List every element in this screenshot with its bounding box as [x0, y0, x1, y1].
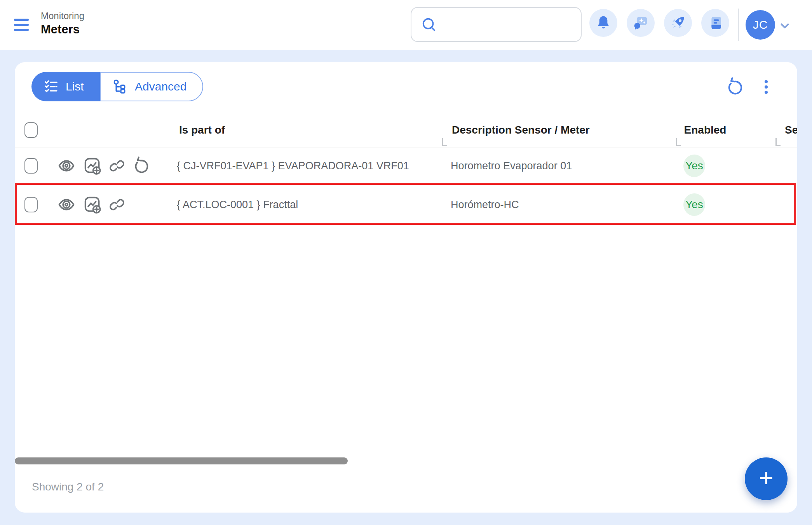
tab-advanced[interactable]: Advanced	[100, 72, 203, 101]
footer-divider	[15, 467, 797, 467]
plus-icon: +	[759, 466, 773, 490]
menu-button[interactable]	[14, 15, 35, 35]
cell-description: Horometro Evaporador 01	[451, 160, 572, 172]
bell-icon	[595, 15, 612, 31]
chart-plus-icon	[83, 195, 102, 214]
table-row[interactable]: { ACT.LOC-0001 } Fracttal Horómetro-HC Y…	[15, 184, 797, 226]
select-all-checkbox[interactable]	[24, 122, 38, 138]
chain-link-icon	[108, 156, 126, 175]
checklist-icon	[43, 78, 59, 95]
more-options-button[interactable]	[755, 76, 777, 98]
breadcrumb: Monitoring Meters	[41, 10, 84, 37]
link-meter-button[interactable]	[107, 156, 127, 176]
enabled-value: Yes	[685, 160, 703, 172]
row-checkbox[interactable]	[24, 197, 38, 212]
eye-icon	[57, 195, 76, 214]
eye-icon	[57, 156, 76, 175]
search-input[interactable]	[445, 18, 587, 31]
chart-plus-icon	[83, 156, 102, 175]
cell-description: Horómetro-HC	[451, 199, 519, 211]
refresh-button[interactable]	[724, 76, 746, 98]
top-bar: Monitoring Meters	[0, 0, 812, 50]
chevron-down-icon	[777, 18, 793, 33]
chat-sparkles-icon	[632, 14, 649, 31]
user-avatar[interactable]: JC	[746, 10, 775, 40]
column-header-is-part-of[interactable]: Is part of	[179, 124, 225, 136]
chain-link-icon	[108, 195, 126, 214]
search-box[interactable]	[411, 7, 582, 42]
enabled-value: Yes	[685, 198, 703, 211]
column-header-serial-clipped[interactable]: Ser	[785, 124, 797, 136]
help-center-button[interactable]	[701, 9, 729, 37]
add-reading-button[interactable]	[82, 156, 103, 176]
tab-list[interactable]: List	[31, 72, 100, 101]
assistant-button[interactable]	[627, 9, 655, 37]
column-resize-handle[interactable]	[775, 138, 781, 146]
column-resize-handle[interactable]	[442, 138, 447, 146]
add-button[interactable]: +	[745, 457, 788, 500]
tree-icon	[112, 78, 129, 95]
enabled-badge: Yes	[683, 155, 705, 177]
search-icon	[420, 16, 438, 33]
header-divider	[738, 9, 739, 41]
column-resize-handle[interactable]	[676, 138, 681, 146]
reset-meter-button[interactable]	[131, 156, 152, 176]
rocket-icon	[669, 14, 687, 31]
view-meter-button[interactable]	[56, 156, 77, 176]
cell-is-part-of: { ACT.LOC-0001 } Fracttal	[177, 199, 298, 211]
table-row[interactable]: { CJ-VRF01-EVAP1 } EVAPORADORA-01 VRF01 …	[15, 148, 797, 184]
page-title: Meters	[41, 22, 84, 37]
table-header: Is part of Description Sensor / Meter En…	[15, 113, 797, 148]
whats-new-button[interactable]	[664, 9, 692, 37]
row-checkbox[interactable]	[24, 158, 38, 174]
avatar-initials: JC	[753, 18, 768, 31]
view-toggle: List Advanced	[31, 72, 203, 101]
tab-list-label: List	[66, 80, 84, 93]
column-header-description[interactable]: Description Sensor / Meter	[452, 124, 590, 136]
tab-advanced-label: Advanced	[135, 80, 186, 93]
book-icon	[707, 15, 723, 31]
notifications-button[interactable]	[589, 9, 617, 37]
showing-count: Showing 2 of 2	[32, 481, 104, 493]
reset-arrow-icon	[132, 156, 151, 175]
breadcrumb-section: Monitoring	[41, 10, 84, 22]
hamburger-icon	[14, 19, 29, 21]
horizontal-scrollbar[interactable]	[15, 457, 348, 464]
content-card: List Advanced	[15, 62, 797, 513]
kebab-icon	[758, 78, 775, 96]
add-reading-button[interactable]	[82, 195, 103, 215]
view-meter-button[interactable]	[56, 195, 77, 215]
refresh-icon	[725, 77, 745, 97]
cell-is-part-of: { CJ-VRF01-EVAP1 } EVAPORADORA-01 VRF01	[177, 160, 409, 172]
column-header-enabled[interactable]: Enabled	[684, 124, 727, 136]
link-meter-button[interactable]	[107, 195, 127, 215]
app-window: Monitoring Meters	[0, 0, 812, 525]
enabled-badge: Yes	[683, 193, 705, 216]
user-menu-chevron[interactable]	[777, 18, 793, 33]
